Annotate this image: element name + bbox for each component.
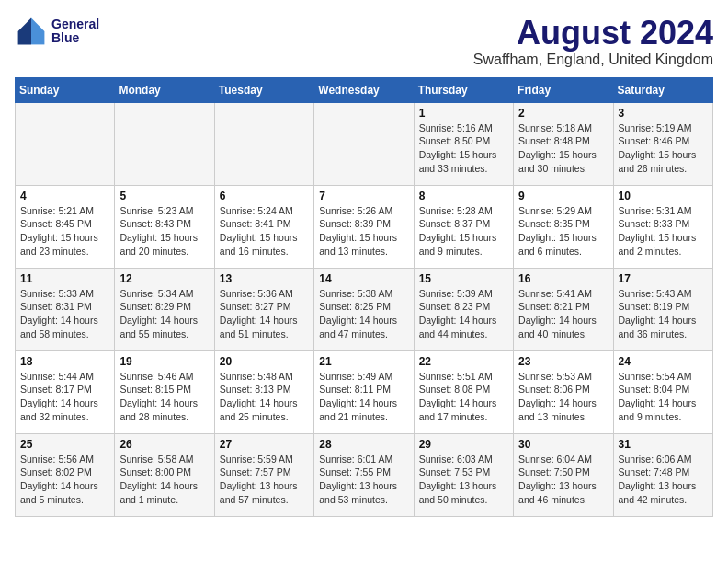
day-info: Sunrise: 5:41 AM Sunset: 8:21 PM Dayligh…: [518, 287, 608, 341]
main-title: August 2024: [473, 15, 713, 52]
day-info: Sunrise: 5:44 AM Sunset: 8:17 PM Dayligh…: [20, 370, 109, 424]
day-info: Sunrise: 5:46 AM Sunset: 8:15 PM Dayligh…: [119, 370, 209, 424]
day-info: Sunrise: 5:33 AM Sunset: 8:31 PM Dayligh…: [20, 287, 109, 341]
day-number: 30: [518, 438, 608, 451]
day-info: Sunrise: 5:56 AM Sunset: 8:02 PM Dayligh…: [20, 453, 109, 507]
day-info: Sunrise: 5:31 AM Sunset: 8:33 PM Dayligh…: [619, 204, 708, 259]
day-number: 14: [319, 272, 408, 285]
day-number: 5: [119, 190, 209, 202]
day-info: Sunrise: 5:39 AM Sunset: 8:23 PM Dayligh…: [419, 287, 508, 341]
day-number: 6: [220, 190, 309, 202]
week-row-2: 4Sunrise: 5:21 AM Sunset: 8:45 PM Daylig…: [16, 185, 713, 268]
logo-icon: [15, 15, 48, 48]
day-number: 18: [20, 355, 109, 368]
day-info: Sunrise: 5:19 AM Sunset: 8:46 PM Dayligh…: [619, 121, 708, 176]
svg-marker-1: [31, 31, 44, 44]
calendar-cell: 22Sunrise: 5:51 AM Sunset: 8:08 PM Dayli…: [414, 350, 513, 433]
week-row-5: 25Sunrise: 5:56 AM Sunset: 8:02 PM Dayli…: [16, 433, 713, 516]
day-number: 24: [619, 355, 708, 368]
day-info: Sunrise: 6:06 AM Sunset: 7:48 PM Dayligh…: [619, 453, 708, 507]
calendar-cell: 18Sunrise: 5:44 AM Sunset: 8:17 PM Dayli…: [16, 350, 115, 433]
day-number: 3: [619, 107, 708, 120]
day-info: Sunrise: 5:54 AM Sunset: 8:04 PM Dayligh…: [619, 370, 708, 424]
calendar-cell: 29Sunrise: 6:03 AM Sunset: 7:53 PM Dayli…: [414, 433, 513, 516]
calendar-cell: 5Sunrise: 5:23 AM Sunset: 8:43 PM Daylig…: [115, 185, 214, 268]
calendar-cell: 17Sunrise: 5:43 AM Sunset: 8:19 PM Dayli…: [613, 268, 712, 350]
day-info: Sunrise: 5:23 AM Sunset: 8:43 PM Dayligh…: [119, 204, 209, 259]
day-number: 21: [319, 355, 408, 368]
day-number: 26: [119, 438, 209, 451]
calendar-cell: 4Sunrise: 5:21 AM Sunset: 8:45 PM Daylig…: [16, 185, 115, 268]
calendar-cell: 30Sunrise: 6:04 AM Sunset: 7:50 PM Dayli…: [514, 433, 613, 516]
week-row-3: 11Sunrise: 5:33 AM Sunset: 8:31 PM Dayli…: [16, 268, 713, 350]
calendar-cell: 20Sunrise: 5:48 AM Sunset: 8:13 PM Dayli…: [214, 350, 313, 433]
svg-marker-0: [31, 18, 44, 31]
day-info: Sunrise: 5:51 AM Sunset: 8:08 PM Dayligh…: [419, 370, 508, 424]
week-row-1: 1Sunrise: 5:16 AM Sunset: 8:50 PM Daylig…: [16, 102, 713, 185]
calendar-cell: 24Sunrise: 5:54 AM Sunset: 8:04 PM Dayli…: [613, 350, 712, 433]
day-number: 1: [419, 107, 508, 120]
calendar-cell: 27Sunrise: 5:59 AM Sunset: 7:57 PM Dayli…: [214, 433, 313, 516]
day-number: 27: [220, 438, 309, 451]
day-info: Sunrise: 5:28 AM Sunset: 8:37 PM Dayligh…: [419, 204, 508, 259]
calendar-cell: [314, 102, 414, 185]
calendar-cell: 2Sunrise: 5:18 AM Sunset: 8:48 PM Daylig…: [514, 102, 613, 185]
day-number: 31: [619, 438, 708, 451]
calendar-cell: 12Sunrise: 5:34 AM Sunset: 8:29 PM Dayli…: [115, 268, 214, 350]
calendar-cell: 3Sunrise: 5:19 AM Sunset: 8:46 PM Daylig…: [613, 102, 712, 185]
calendar-cell: 26Sunrise: 5:58 AM Sunset: 8:00 PM Dayli…: [115, 433, 214, 516]
day-number: 23: [518, 355, 608, 368]
header: General Blue August 2024 Swaffham, Engla…: [15, 15, 713, 68]
day-info: Sunrise: 5:26 AM Sunset: 8:39 PM Dayligh…: [319, 204, 408, 259]
day-info: Sunrise: 5:43 AM Sunset: 8:19 PM Dayligh…: [619, 287, 708, 341]
day-number: 10: [619, 190, 708, 202]
calendar-cell: 21Sunrise: 5:49 AM Sunset: 8:11 PM Dayli…: [314, 350, 414, 433]
weekday-header-row: SundayMondayTuesdayWednesdayThursdayFrid…: [16, 77, 713, 102]
day-info: Sunrise: 5:18 AM Sunset: 8:48 PM Dayligh…: [518, 121, 608, 176]
calendar-cell: 8Sunrise: 5:28 AM Sunset: 8:37 PM Daylig…: [414, 185, 513, 268]
day-number: 12: [119, 272, 209, 285]
day-info: Sunrise: 5:29 AM Sunset: 8:35 PM Dayligh…: [518, 204, 608, 259]
calendar-cell: 6Sunrise: 5:24 AM Sunset: 8:41 PM Daylig…: [214, 185, 313, 268]
day-number: 8: [419, 190, 508, 202]
day-number: 28: [319, 438, 408, 451]
day-info: Sunrise: 5:58 AM Sunset: 8:00 PM Dayligh…: [119, 453, 209, 507]
day-number: 4: [20, 190, 109, 202]
day-info: Sunrise: 5:34 AM Sunset: 8:29 PM Dayligh…: [119, 287, 209, 341]
logo-text: General Blue: [51, 17, 99, 46]
weekday-header-thursday: Thursday: [414, 77, 513, 102]
day-number: 16: [518, 272, 608, 285]
day-number: 15: [419, 272, 508, 285]
calendar-cell: [16, 102, 115, 185]
day-info: Sunrise: 5:49 AM Sunset: 8:11 PM Dayligh…: [319, 370, 408, 424]
weekday-header-monday: Monday: [115, 77, 214, 102]
calendar-table: SundayMondayTuesdayWednesdayThursdayFrid…: [15, 77, 713, 517]
day-number: 2: [518, 107, 608, 120]
weekday-header-tuesday: Tuesday: [214, 77, 313, 102]
calendar-cell: 10Sunrise: 5:31 AM Sunset: 8:33 PM Dayli…: [613, 185, 712, 268]
calendar-cell: 28Sunrise: 6:01 AM Sunset: 7:55 PM Dayli…: [314, 433, 414, 516]
calendar-cell: 14Sunrise: 5:38 AM Sunset: 8:25 PM Dayli…: [314, 268, 414, 350]
logo-line1: General: [51, 17, 99, 31]
day-info: Sunrise: 5:36 AM Sunset: 8:27 PM Dayligh…: [220, 287, 309, 341]
calendar-cell: [115, 102, 214, 185]
logo: General Blue: [15, 15, 99, 48]
weekday-header-friday: Friday: [514, 77, 613, 102]
logo-line2: Blue: [51, 31, 99, 45]
day-info: Sunrise: 5:24 AM Sunset: 8:41 PM Dayligh…: [220, 204, 309, 259]
day-info: Sunrise: 5:16 AM Sunset: 8:50 PM Dayligh…: [419, 121, 508, 176]
day-number: 7: [319, 190, 408, 202]
day-info: Sunrise: 5:48 AM Sunset: 8:13 PM Dayligh…: [220, 370, 309, 424]
day-number: 9: [518, 190, 608, 202]
calendar-cell: 11Sunrise: 5:33 AM Sunset: 8:31 PM Dayli…: [16, 268, 115, 350]
day-info: Sunrise: 5:53 AM Sunset: 8:06 PM Dayligh…: [518, 370, 608, 424]
calendar-cell: 16Sunrise: 5:41 AM Sunset: 8:21 PM Dayli…: [514, 268, 613, 350]
subtitle: Swaffham, England, United Kingdom: [473, 52, 713, 68]
week-row-4: 18Sunrise: 5:44 AM Sunset: 8:17 PM Dayli…: [16, 350, 713, 433]
weekday-header-saturday: Saturday: [613, 77, 712, 102]
calendar-cell: 9Sunrise: 5:29 AM Sunset: 8:35 PM Daylig…: [514, 185, 613, 268]
calendar-cell: 7Sunrise: 5:26 AM Sunset: 8:39 PM Daylig…: [314, 185, 414, 268]
calendar-cell: 25Sunrise: 5:56 AM Sunset: 8:02 PM Dayli…: [16, 433, 115, 516]
title-area: August 2024 Swaffham, England, United Ki…: [473, 15, 713, 68]
day-number: 17: [619, 272, 708, 285]
